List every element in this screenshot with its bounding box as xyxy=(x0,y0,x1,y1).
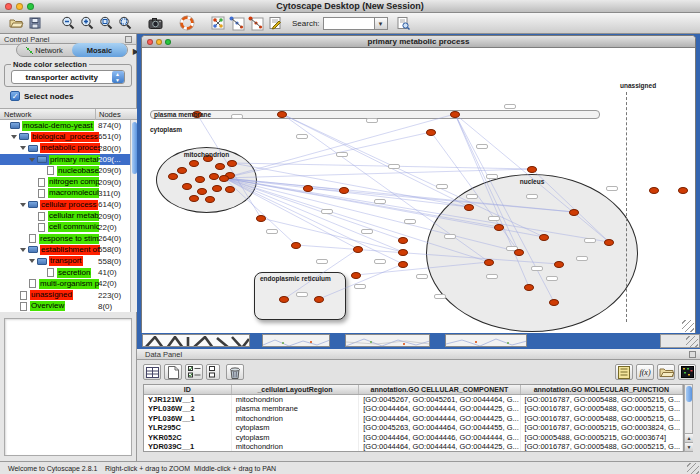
network-window-titlebar[interactable]: primary metabolic process xyxy=(142,36,695,48)
network-node[interactable] xyxy=(527,166,537,173)
network-node[interactable] xyxy=(205,196,215,203)
network-node[interactable] xyxy=(277,111,287,118)
network-node[interactable] xyxy=(303,185,313,192)
table-row[interactable]: YPL036W__2plasma membrane[GO:0044464, GO… xyxy=(144,404,683,413)
network-node[interactable] xyxy=(219,175,229,182)
network-canvas[interactable]: plasma membranecytoplasmmitochondrionnuc… xyxy=(142,48,695,333)
first-neighbors-icon[interactable] xyxy=(208,14,227,33)
table-row[interactable]: YDR039C__1mitochondrion[GO:0044464, GO:0… xyxy=(144,442,683,451)
tree-row[interactable]: multi-organism pro42(0) xyxy=(0,278,130,289)
tree-scrollbar-thumb[interactable] xyxy=(132,122,137,174)
network-node[interactable] xyxy=(464,204,474,211)
network-view-window[interactable]: primary metabolic process plasma membran… xyxy=(141,35,696,333)
tree-expand-arrow-icon[interactable] xyxy=(29,259,35,263)
table-row[interactable]: YLR295Ccytoplasm[GO:0045263, GO:0044464,… xyxy=(144,423,683,432)
network-node[interactable] xyxy=(256,215,266,222)
table-scrollbar[interactable]: ▲ ▼ xyxy=(684,384,693,452)
help-lifebuoy-icon[interactable] xyxy=(177,14,196,33)
app-resize-grip[interactable] xyxy=(687,463,699,474)
network-node[interactable] xyxy=(209,173,219,180)
table-column-header[interactable]: annotation.GO CELLULAR_COMPONENT xyxy=(359,385,520,394)
tree-row[interactable]: unassigned223(0) xyxy=(0,289,130,300)
import-attributes-icon[interactable] xyxy=(657,364,675,380)
network-node[interactable] xyxy=(484,259,494,266)
network-node[interactable] xyxy=(426,129,436,136)
tree-scrollbar[interactable] xyxy=(130,120,137,312)
tree-expand-arrow-icon[interactable] xyxy=(29,158,35,162)
birds-eye-view-panel[interactable] xyxy=(4,318,132,456)
tree-expand-arrow-icon[interactable] xyxy=(20,146,26,150)
tree-row[interactable]: biological_process651(0) xyxy=(0,131,130,142)
formula-builder-icon[interactable]: f(x) xyxy=(636,364,654,380)
network-node[interactable] xyxy=(182,183,192,190)
unselect-attributes-icon[interactable] xyxy=(206,364,220,380)
background-window-fragment[interactable] xyxy=(345,334,430,347)
attribute-browser-mode-icon[interactable] xyxy=(143,364,161,380)
search-dropdown-arrow-icon[interactable]: ▾ xyxy=(375,17,388,30)
network-node[interactable] xyxy=(197,188,207,195)
tree-expand-arrow-icon[interactable] xyxy=(11,135,17,139)
tree-row[interactable]: establishment of lo558(0) xyxy=(0,244,130,255)
network-node[interactable] xyxy=(227,160,237,167)
attribute-editor-icon[interactable] xyxy=(615,364,633,380)
data-panel-float-icon[interactable] xyxy=(689,351,696,358)
save-session-button[interactable] xyxy=(25,14,44,33)
network-node[interactable] xyxy=(168,173,178,180)
zoom-selected-region-icon[interactable] xyxy=(115,14,134,33)
network-node[interactable] xyxy=(339,187,349,194)
network-node[interactable] xyxy=(351,272,361,279)
tree-expand-arrow-icon[interactable] xyxy=(20,248,26,252)
scroll-down-icon[interactable]: ▼ xyxy=(685,442,693,451)
annotation-tool-icon[interactable] xyxy=(265,14,284,33)
tree-column-network[interactable]: Network xyxy=(4,110,32,119)
table-row[interactable]: YKR052Ccytoplasm[GO:0044464, GO:0044446,… xyxy=(144,433,683,442)
network-node[interactable] xyxy=(314,296,324,303)
tree-row[interactable]: transport558(0) xyxy=(0,256,130,267)
network-node[interactable] xyxy=(569,209,579,216)
delete-attribute-icon[interactable] xyxy=(226,364,244,380)
tab-network[interactable]: Network xyxy=(17,43,72,57)
table-column-header[interactable]: _cellularLayoutRegion xyxy=(232,385,360,394)
network-modify-icon[interactable] xyxy=(246,14,265,33)
tree-row[interactable]: mosaic-demo-yeast874(0) xyxy=(0,120,130,131)
new-network-view-icon[interactable] xyxy=(227,14,246,33)
network-node[interactable] xyxy=(215,163,225,170)
tree-row[interactable]: nucleobase-c209(0) xyxy=(0,165,130,176)
background-window-fragment[interactable] xyxy=(262,334,330,347)
table-scrollbar-thumb[interactable] xyxy=(686,386,692,402)
tree-column-nodes[interactable]: Nodes xyxy=(99,110,121,119)
network-node[interactable] xyxy=(649,187,659,194)
zoom-in-icon[interactable] xyxy=(77,14,96,33)
network-node[interactable] xyxy=(189,195,199,202)
tree-row[interactable]: primary metabo209(... xyxy=(0,154,130,165)
network-node[interactable] xyxy=(177,167,187,174)
tab-mosaic[interactable]: Mosaic xyxy=(72,43,127,57)
network-node[interactable] xyxy=(514,249,524,256)
search-input[interactable] xyxy=(323,17,375,30)
tree-expand-arrow-icon[interactable] xyxy=(20,203,26,207)
tree-row[interactable]: cellular process614(0) xyxy=(0,199,130,210)
table-column-header[interactable]: annotation.GO MOLECULAR_FUNCTION xyxy=(521,385,683,394)
network-node[interactable] xyxy=(678,187,688,194)
network-node[interactable] xyxy=(604,239,614,246)
network-window-resize-grip[interactable] xyxy=(682,320,694,332)
network-node[interactable] xyxy=(279,296,289,303)
tree-row[interactable]: response to stimulu264(0) xyxy=(0,233,130,244)
network-node[interactable] xyxy=(539,234,549,241)
background-window-fragment[interactable] xyxy=(142,334,250,347)
network-node[interactable] xyxy=(225,186,235,193)
background-window-fragment[interactable] xyxy=(445,334,527,347)
snapshot-camera-icon[interactable] xyxy=(146,14,165,33)
table-column-header[interactable]: ID xyxy=(144,385,232,394)
tree-row[interactable]: nitrogen compo209(0) xyxy=(0,176,130,187)
float-panel-icon[interactable] xyxy=(125,36,132,43)
network-node[interactable] xyxy=(353,246,363,253)
search-options-icon[interactable] xyxy=(394,14,413,33)
network-node[interactable] xyxy=(189,160,199,167)
open-file-button[interactable] xyxy=(6,14,25,33)
select-nodes-checkbox[interactable]: ✓ xyxy=(10,91,20,101)
scroll-up-icon[interactable]: ▲ xyxy=(685,433,693,442)
zoom-fit-icon[interactable] xyxy=(96,14,115,33)
tree-row[interactable]: metabolic process280(0) xyxy=(0,143,130,154)
attribute-matrix-icon[interactable] xyxy=(678,364,696,380)
